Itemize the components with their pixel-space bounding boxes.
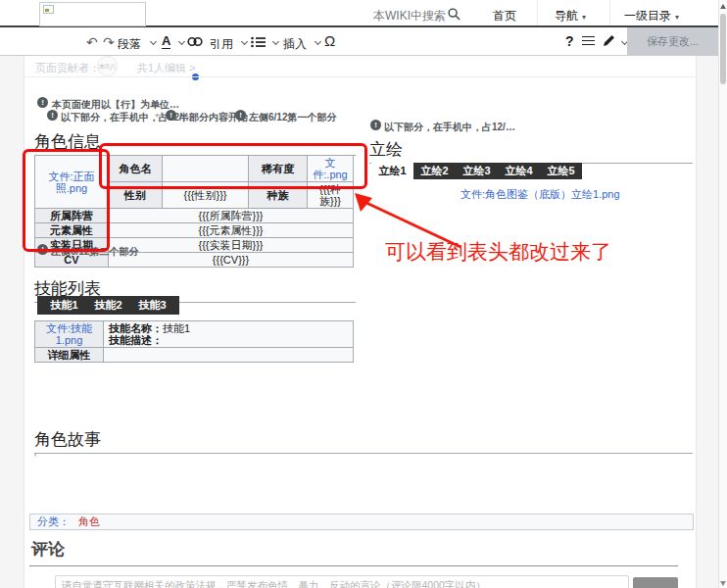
- skill-table: 文件:技能1.png 技能名称：技能1 技能描述： 详细属性: [34, 320, 354, 363]
- left-margin: [0, 56, 24, 588]
- divider: [24, 76, 696, 77]
- help-button[interactable]: ?: [565, 33, 574, 49]
- contributors-label: 页面贡献者：: [35, 61, 100, 75]
- skill-name-label: 技能名称：: [109, 322, 163, 334]
- cv-value: {{{CV}}}: [109, 253, 354, 268]
- annotation-text: 可以看到表头都改过来了: [385, 238, 611, 266]
- skill-file-link[interactable]: 文件:技能1.png: [46, 322, 92, 346]
- text-style-button[interactable]: A: [162, 33, 170, 49]
- tab-skill-2[interactable]: 技能2: [86, 296, 130, 315]
- scroll-up-icon[interactable]: [720, 4, 726, 9]
- search-input[interactable]: 本WIKI中搜索: [373, 8, 446, 24]
- illustration-tabs: 立绘1 立绘2 立绘3 立绘4 立绘5: [371, 163, 582, 179]
- link-icon[interactable]: [186, 36, 204, 47]
- info-icon: !: [370, 120, 381, 130]
- element-value: {{{元素属性}}}: [109, 223, 354, 238]
- list-icon[interactable]: [251, 36, 266, 48]
- toc-menu[interactable]: 一级目录▾: [624, 8, 679, 24]
- annotation-box-left-column: [23, 149, 110, 252]
- illustration-file-link[interactable]: 文件:角色图鉴（底版）立绘1.png: [460, 187, 620, 202]
- info-icon: !: [47, 110, 58, 121]
- chevron-down-icon: [150, 38, 157, 45]
- comment-submit-button[interactable]: [633, 577, 678, 588]
- chevron-down-icon: [315, 38, 321, 45]
- header-divider: [537, 0, 538, 25]
- story-heading: 角色故事: [34, 428, 693, 454]
- special-character-button[interactable]: Ω: [324, 32, 335, 49]
- date-value: {{{实装日期}}}: [109, 238, 354, 253]
- tab-skill-3[interactable]: 技能3: [130, 296, 174, 315]
- info-icon: !: [166, 110, 176, 121]
- tab-skill-1[interactable]: 技能1: [42, 296, 86, 315]
- site-header: 本WIKI中搜索 首页 导航▾ 一级目录▾: [0, 0, 718, 27]
- tab-lihui-2[interactable]: 立绘2: [413, 163, 456, 179]
- return-icon: ↵: [155, 110, 163, 121]
- faction-value: {{{所属阵营}}}: [109, 209, 354, 223]
- chevron-down-icon: [178, 38, 185, 45]
- cite-dropdown[interactable]: 引用: [210, 36, 233, 53]
- scrollbar[interactable]: [718, 0, 727, 588]
- avatar[interactable]: 木0八: [97, 56, 118, 76]
- note-mobile-right: 以下部分，在手机中，占12/…: [384, 121, 515, 134]
- scrollbar-thumb[interactable]: [720, 14, 726, 84]
- skill-detail-label: 详细属性: [35, 348, 104, 363]
- category-bar: 分类： 角色: [29, 514, 694, 530]
- illustrations-heading: 立绘: [369, 138, 693, 164]
- category-link[interactable]: 角色: [78, 515, 100, 527]
- header-divider: [609, 0, 610, 25]
- wiki-logo[interactable]: [39, 2, 146, 26]
- page-options-icon[interactable]: [582, 36, 595, 45]
- category-label[interactable]: 分类：: [37, 515, 70, 527]
- paragraph-format-dropdown[interactable]: 段落: [118, 36, 141, 53]
- table-row: 详细属性: [35, 348, 354, 363]
- broken-image-icon: [43, 5, 54, 14]
- skill-name-value: 技能1: [163, 322, 190, 334]
- tab-lihui-4[interactable]: 立绘4: [498, 163, 540, 179]
- info-icon: !: [235, 110, 246, 121]
- nav-menu[interactable]: 导航▾: [555, 8, 586, 24]
- save-changes-button[interactable]: 保存更改...: [627, 27, 718, 55]
- skill-info-cell: 技能名称：技能1 技能描述：: [104, 321, 354, 348]
- undo-icon[interactable]: ↶: [86, 34, 98, 50]
- note-left-first: 左侧6/12第一个部分: [249, 111, 336, 124]
- comments-heading: 评论: [31, 538, 65, 561]
- edit-count-link[interactable]: 共1人编辑 >: [137, 61, 196, 75]
- visual-editor-page: 本WIKI中搜索 首页 导航▾ 一级目录▾ ↶ ↷ 段落 A 引用 插入: [0, 0, 727, 588]
- skill-file-cell: 文件:技能1.png: [35, 321, 104, 348]
- tab-lihui-5[interactable]: 立绘5: [540, 163, 582, 179]
- info-icon: !: [37, 97, 48, 108]
- home-link[interactable]: 首页: [493, 8, 516, 24]
- chevron-down-icon: [272, 38, 279, 45]
- right-margin: [696, 56, 718, 588]
- chevron-down-icon: ▾: [675, 13, 679, 22]
- chevron-down-icon: [241, 38, 248, 45]
- skill-tabs: 技能1 技能2 技能3: [37, 296, 179, 315]
- comment-input[interactable]: [55, 575, 629, 588]
- table-row: 文件:技能1.png 技能名称：技能1 技能描述：: [35, 321, 354, 348]
- story-stray-mark: ': [34, 452, 36, 464]
- edit-mode-pencil-icon[interactable]: [602, 34, 615, 48]
- redo-icon[interactable]: ↷: [103, 34, 115, 50]
- tab-lihui-3[interactable]: 立绘3: [456, 163, 498, 179]
- return-icon: ↵: [224, 110, 232, 121]
- divider: [29, 565, 678, 566]
- skill-detail-value: [104, 348, 354, 363]
- search-icon[interactable]: [448, 8, 460, 21]
- skill-desc-label: 技能描述：: [109, 334, 163, 346]
- tab-lihui-1[interactable]: 立绘1: [371, 163, 413, 179]
- annotation-box-table-header: [99, 143, 367, 189]
- scroll-down-icon[interactable]: [720, 581, 726, 586]
- editor-toolbar: ↶ ↷ 段落 A 引用 插入 Ω ? 保存更改...: [0, 27, 718, 56]
- insert-dropdown[interactable]: 插入: [283, 36, 307, 53]
- chevron-down-icon: ▾: [582, 13, 586, 22]
